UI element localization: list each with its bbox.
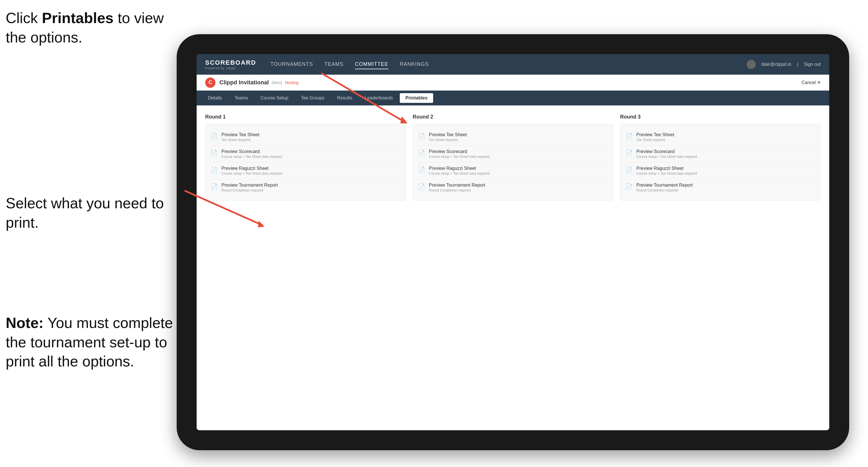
nav-rankings[interactable]: RANKINGS [400,60,429,69]
round-3-tee-sheet[interactable]: 📄 Preview Tee Sheet Tee Sheet required [625,129,816,146]
tablet-screen: SCOREBOARD Powered by clippd TOURNAMENTS… [197,54,829,430]
round-1-tournament-report[interactable]: 📄 Preview Tournament Report Round Comple… [210,179,401,196]
printables-bold: Printables [42,10,114,26]
scorecard-sub-r2: Course setup + Tee Sheet data required [429,155,490,159]
round-1-raguzzi[interactable]: 📄 Preview Raguzzi Sheet Course setup + T… [210,162,401,179]
raguzzi-icon: 📄 [210,166,218,174]
raguzzi-sub-r3: Course setup + Tee Sheet data required [636,172,697,176]
separator: | [797,62,798,67]
scorecard-icon: 📄 [210,149,218,157]
round-1-title: Round 1 [205,114,406,120]
rounds-container: Round 1 📄 Preview Tee Sheet Tee Sheet re… [205,114,821,200]
instruction-middle: Select what you need to print. [6,194,171,232]
tab-course-setup[interactable]: Course Setup [255,93,294,103]
nav-teams[interactable]: TEAMS [324,60,344,69]
sign-out-link[interactable]: Sign out [804,62,821,67]
tournament-status: Hosting [285,80,298,85]
scorecard-title: Preview Scorecard [221,149,282,154]
tournament-report-icon-r3: 📄 [625,183,633,191]
tee-sheet-icon-r3: 📄 [625,132,633,140]
tournament-report-title-r3: Preview Tournament Report [636,183,693,188]
tournament-report-title: Preview Tournament Report [221,183,278,188]
tee-sheet-title: Preview Tee Sheet [221,132,259,137]
raguzzi-title-r2: Preview Raguzzi Sheet [429,166,490,171]
raguzzi-title: Preview Raguzzi Sheet [221,166,282,171]
tournament-name: Clippd Invitational [219,79,269,86]
round-3-scorecard[interactable]: 📄 Preview Scorecard Course setup + Tee S… [625,146,816,162]
tournament-logo: C [205,77,215,88]
tee-sheet-title-r2: Preview Tee Sheet [429,132,467,137]
round-3-card: 📄 Preview Tee Sheet Tee Sheet required 📄… [620,124,821,200]
user-avatar [747,60,756,69]
logo-sub: Powered by clippd [205,66,256,70]
tablet-frame: SCOREBOARD Powered by clippd TOURNAMENTS… [177,34,849,450]
tab-leaderboards[interactable]: Leaderboards [359,93,399,103]
tee-sheet-sub-r3: Tee Sheet required [636,138,674,142]
tab-tee-groups[interactable]: Tee Groups [295,93,330,103]
round-1-tee-sheet[interactable]: 📄 Preview Tee Sheet Tee Sheet required [210,129,401,146]
scorecard-sub-r3: Course setup + Tee Sheet data required [636,155,697,159]
user-email: blair@clippd.io [762,62,792,67]
tee-sheet-sub-r2: Tee Sheet required [429,138,467,142]
round-2-tournament-report[interactable]: 📄 Preview Tournament Report Round Comple… [417,179,609,196]
instruction-top: Click Printables to view the options. [6,8,171,47]
tab-details[interactable]: Details [202,93,228,103]
tee-sheet-icon: 📄 [210,132,218,140]
top-nav: SCOREBOARD Powered by clippd TOURNAMENTS… [197,54,829,75]
tab-results[interactable]: Results [332,93,358,103]
tournament-report-sub-r2: Round Completion required [429,188,485,192]
raguzzi-title-r3: Preview Raguzzi Sheet [636,166,697,171]
tab-printables[interactable]: Printables [400,93,433,103]
round-3-title: Round 3 [620,114,821,120]
tournament-report-sub-r3: Round Completion required [636,188,693,192]
logo-title: SCOREBOARD [205,59,256,66]
nav-tournaments[interactable]: TOURNAMENTS [271,60,313,69]
tournament-bar: C Clippd Invitational (Men) Hosting Canc… [197,75,829,91]
tournament-report-title-r2: Preview Tournament Report [429,183,485,188]
round-2-title: Round 2 [413,114,613,120]
round-1-scorecard[interactable]: 📄 Preview Scorecard Course setup + Tee S… [210,146,401,162]
tab-teams[interactable]: Teams [229,93,254,103]
round-3-tournament-report[interactable]: 📄 Preview Tournament Report Round Comple… [625,179,816,196]
scoreboard-logo: SCOREBOARD Powered by clippd [205,59,256,70]
cancel-button[interactable]: Cancel ✕ [802,80,821,85]
raguzzi-icon-r2: 📄 [417,166,426,174]
scorecard-sub: Course setup + Tee Sheet data required [221,155,282,159]
tournament-tag: (Men) [272,80,282,85]
scorecard-icon-r2: 📄 [417,149,426,157]
top-nav-links: TOURNAMENTS TEAMS COMMITTEE RANKINGS [271,60,747,69]
raguzzi-icon-r3: 📄 [625,166,633,174]
round-3-column: Round 3 📄 Preview Tee Sheet Tee Sheet re… [620,114,821,200]
sub-tabs: Details Teams Course Setup Tee Groups Re… [197,91,829,105]
round-2-column: Round 2 📄 Preview Tee Sheet Tee Sheet re… [413,114,613,200]
scorecard-title-r2: Preview Scorecard [429,149,490,154]
raguzzi-sub-r2: Course setup + Tee Sheet data required [429,172,490,176]
round-2-raguzzi[interactable]: 📄 Preview Raguzzi Sheet Course setup + T… [417,162,609,179]
round-1-card: 📄 Preview Tee Sheet Tee Sheet required 📄… [205,124,406,200]
scorecard-icon-r3: 📄 [625,149,633,157]
tee-sheet-icon-r2: 📄 [417,132,426,140]
top-nav-right: blair@clippd.io | Sign out [747,60,821,69]
round-2-scorecard[interactable]: 📄 Preview Scorecard Course setup + Tee S… [417,146,609,162]
tee-sheet-sub: Tee Sheet required [221,138,259,142]
tournament-report-icon: 📄 [210,183,218,191]
tournament-report-icon-r2: 📄 [417,183,426,191]
scorecard-title-r3: Preview Scorecard [636,149,697,154]
instruction-bottom: Note: You must complete the tournament s… [6,313,188,371]
note-bold: Note: [6,315,43,331]
main-content: Round 1 📄 Preview Tee Sheet Tee Sheet re… [197,105,829,430]
round-3-raguzzi[interactable]: 📄 Preview Raguzzi Sheet Course setup + T… [625,162,816,179]
round-2-tee-sheet[interactable]: 📄 Preview Tee Sheet Tee Sheet required [417,129,609,146]
round-1-column: Round 1 📄 Preview Tee Sheet Tee Sheet re… [205,114,406,200]
nav-committee[interactable]: COMMITTEE [355,60,389,69]
round-2-card: 📄 Preview Tee Sheet Tee Sheet required 📄… [413,124,613,200]
tournament-report-sub: Round Completion required [221,188,278,192]
raguzzi-sub: Course setup + Tee Sheet data required [221,172,282,176]
tee-sheet-title-r3: Preview Tee Sheet [636,132,674,137]
